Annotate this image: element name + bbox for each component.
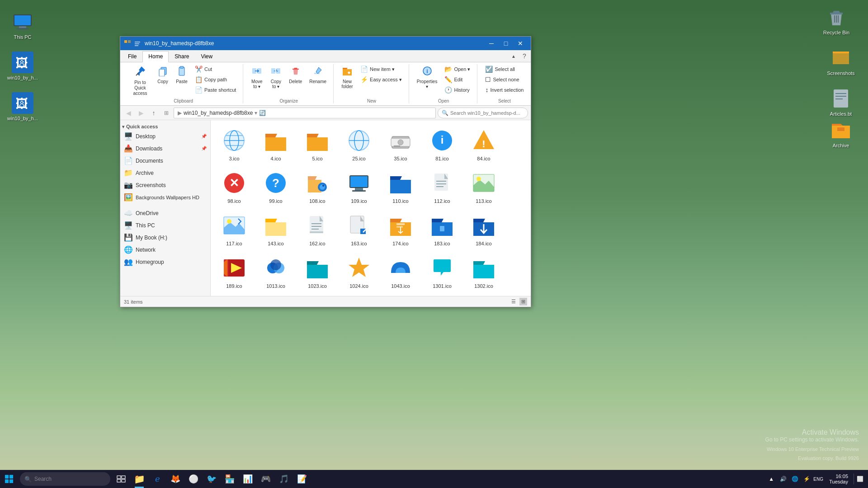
close-button[interactable]: ✕: [514, 37, 527, 50]
properties-button[interactable]: i Properties▾: [414, 64, 441, 90]
tab-view[interactable]: View: [195, 51, 218, 62]
quick-access-header[interactable]: ▾ Quick access: [120, 122, 210, 130]
file-item-162ico[interactable]: 162.ico: [297, 209, 337, 249]
file-item-4ico[interactable]: 4.ico: [256, 124, 296, 164]
file-item-189ico[interactable]: 189.ico: [214, 251, 254, 292]
search-box[interactable]: 🔍: [438, 108, 528, 118]
select-none-button[interactable]: ☐ Select none: [482, 75, 527, 84]
paste-button[interactable]: Paste: [173, 64, 191, 85]
cut-button[interactable]: ✂️ Cut: [192, 64, 239, 74]
copy-button[interactable]: Copy: [154, 64, 172, 85]
file-item-1302ico[interactable]: 1302.ico: [464, 251, 504, 292]
taskbar-firefox[interactable]: 🦊: [166, 470, 184, 488]
desktop-icon-archive[interactable]: Archive: [823, 117, 859, 150]
taskbar-office[interactable]: 📊: [239, 470, 257, 488]
tray-network[interactable]: 🌐: [789, 474, 800, 484]
new-folder-button[interactable]: Newfolder: [338, 64, 356, 90]
file-item-184ico[interactable]: 184.ico: [464, 209, 504, 249]
minimize-button[interactable]: ─: [485, 37, 498, 50]
tray-show-desktop[interactable]: ⬜: [854, 474, 864, 484]
file-item-117ico[interactable]: 117.ico: [214, 209, 254, 249]
tray-keyboard[interactable]: ENG: [813, 474, 824, 484]
address-dropdown[interactable]: ▾: [255, 110, 257, 116]
select-all-button[interactable]: ☑️ Select all: [482, 64, 527, 74]
start-button[interactable]: [0, 470, 18, 488]
file-item-112ico[interactable]: 112.ico: [422, 166, 462, 207]
file-item-98ico[interactable]: ✕ 98.ico: [214, 166, 254, 207]
move-to-button[interactable]: Moveto ▾: [248, 64, 266, 90]
desktop-icon-this-pc[interactable]: This PC: [5, 9, 41, 42]
help-button[interactable]: ?: [520, 52, 529, 61]
sidebar-item-screenshots[interactable]: 📷 Screenshots: [120, 179, 210, 191]
taskbar-explorer[interactable]: 📁: [130, 470, 148, 488]
file-item-99ico[interactable]: ? 99.ico: [256, 166, 296, 207]
forward-button[interactable]: ▶: [136, 108, 146, 118]
file-item-143ico[interactable]: 143.ico: [256, 209, 296, 249]
sidebar-item-onedrive[interactable]: ☁️ OneDrive: [120, 207, 210, 219]
file-item-1043ico[interactable]: 1043.ico: [381, 251, 420, 292]
file-item-1024ico[interactable]: 1024.ico: [339, 251, 379, 292]
file-item-110ico[interactable]: 110.ico: [381, 166, 420, 207]
paste-shortcut-button[interactable]: 📄 Paste shortcut: [192, 85, 239, 95]
file-item-84ico[interactable]: ! 84.ico: [464, 124, 504, 164]
taskbar-store[interactable]: 🏪: [221, 470, 239, 488]
file-item-81ico[interactable]: i 81.ico: [422, 124, 462, 164]
sidebar-item-network[interactable]: 🌐 Network: [120, 244, 210, 256]
tray-power[interactable]: ⚡: [801, 474, 812, 484]
desktop-icon-recycle-bin[interactable]: Recycle Bin: [818, 5, 854, 37]
taskbar-steam[interactable]: 🎮: [257, 470, 275, 488]
file-item-174ico[interactable]: 174.ico: [381, 209, 420, 249]
desktop-icon-screenshots[interactable]: Screenshots: [823, 45, 859, 78]
ribbon-collapse-btn[interactable]: ▲: [509, 52, 518, 61]
taskbar-chrome[interactable]: ⚪: [184, 470, 203, 488]
sidebar-item-desktop[interactable]: 🖥️ Desktop 📌: [120, 130, 210, 142]
delete-button[interactable]: Delete: [286, 64, 305, 85]
rename-button[interactable]: Rename: [306, 64, 330, 85]
desktop-icon-articles[interactable]: Articles.bt: [823, 86, 859, 118]
sidebar-item-my-book[interactable]: 💾 My Book (H:): [120, 231, 210, 244]
sidebar-item-archive[interactable]: 📁 Archive: [120, 167, 210, 179]
sidebar-item-downloads[interactable]: 📥 Downloads 📌: [120, 142, 210, 155]
recent-button[interactable]: ⊞: [161, 108, 172, 118]
file-item-113ico[interactable]: 113.ico: [464, 166, 504, 207]
file-item-183ico[interactable]: 183.ico: [422, 209, 462, 249]
invert-selection-button[interactable]: ↕️ Invert selection: [482, 85, 527, 95]
desktop-icon-win10-1[interactable]: 🖼 win10_by_h...: [5, 50, 41, 82]
edit-button[interactable]: ✏️ Edit: [441, 75, 473, 84]
file-item-3ico[interactable]: 3.ico: [214, 124, 254, 164]
copy-path-button[interactable]: 📋 Copy path: [192, 75, 239, 84]
copy-to-button[interactable]: Copyto ▾: [267, 64, 285, 90]
file-item-163ico[interactable]: 163.ico: [339, 209, 379, 249]
titlebar[interactable]: win10_by_hamedsp-d8fb8xe ─ □ ✕: [120, 37, 531, 50]
sidebar-item-homegroup[interactable]: 👥 Homegroup: [120, 256, 210, 268]
taskbar-misc[interactable]: 🎵: [275, 470, 293, 488]
search-input[interactable]: [450, 110, 524, 116]
tray-volume[interactable]: 🔊: [778, 474, 788, 484]
taskbar-notepad[interactable]: 📝: [293, 470, 311, 488]
file-item-35ico[interactable]: 35.ico: [381, 124, 420, 164]
new-item-button[interactable]: 📄 New item ▾: [357, 64, 405, 74]
up-button[interactable]: ↑: [148, 108, 159, 118]
file-item-109ico[interactable]: 109.ico: [339, 166, 379, 207]
taskbar-clock[interactable]: 16:05 Tuesday: [826, 474, 852, 484]
refresh-button[interactable]: 🔄: [259, 110, 266, 116]
file-item-1013ico[interactable]: 1013.ico: [256, 251, 296, 292]
address-box[interactable]: ▶ win10_by_hamedsp-d8fb8xe ▾ 🔄: [174, 108, 436, 118]
file-item-25ico[interactable]: 25.ico: [339, 124, 379, 164]
taskbar-task-view[interactable]: [112, 470, 130, 488]
tray-arrow[interactable]: ▲: [766, 474, 777, 484]
open-button[interactable]: 📂 Open ▾: [441, 64, 473, 74]
sidebar-item-backgrounds[interactable]: 🖼️ Backgrounds Wallpapers HD: [120, 191, 210, 203]
maximize-button[interactable]: □: [499, 37, 513, 50]
taskbar-edge[interactable]: ℯ: [148, 470, 166, 488]
desktop-icon-win10-2[interactable]: 🖼 win10_by_h...: [5, 90, 41, 123]
sidebar-item-this-pc[interactable]: 🖥️ This PC: [120, 219, 210, 231]
pin-to-quick-access-button[interactable]: Pin to Quickaccess: [127, 64, 153, 98]
history-button[interactable]: 🕐 History: [441, 85, 473, 95]
tab-share[interactable]: Share: [169, 51, 195, 62]
tab-file[interactable]: File: [122, 51, 142, 62]
file-item-1301ico[interactable]: 1301.ico: [422, 251, 462, 292]
taskbar-twitter[interactable]: 🐦: [203, 470, 221, 488]
view-list-button[interactable]: ☰: [509, 298, 518, 305]
taskbar-search[interactable]: 🔍 Search: [20, 472, 110, 486]
